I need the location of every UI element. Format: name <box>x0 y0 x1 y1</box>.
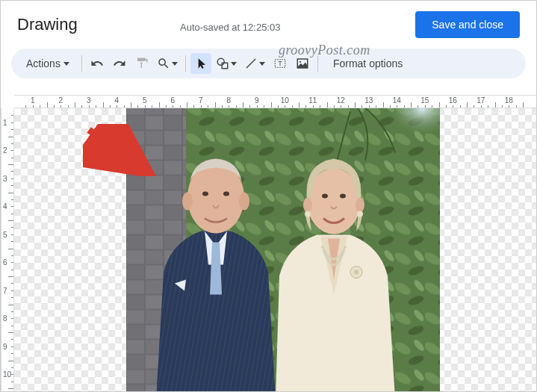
drawing-canvas[interactable] <box>14 108 536 391</box>
paint-format-button[interactable] <box>131 53 152 74</box>
ruler-h-label: 16 <box>449 96 457 105</box>
ruler-v-label: 8 <box>3 314 7 323</box>
svg-point-25 <box>202 192 208 196</box>
svg-point-0 <box>217 58 224 65</box>
svg-point-23 <box>182 193 193 211</box>
svg-rect-1 <box>222 63 228 69</box>
actions-menu[interactable]: Actions <box>17 57 77 69</box>
svg-line-2 <box>246 59 255 68</box>
shape-tool-button[interactable] <box>213 53 240 74</box>
save-and-close-button[interactable]: Save and close <box>415 11 520 38</box>
svg-text:T: T <box>278 60 282 67</box>
inserted-image[interactable] <box>126 108 440 391</box>
ruler-horizontal: 123456789101112131415161718 <box>14 95 536 108</box>
svg-point-33 <box>305 211 311 217</box>
zoom-icon <box>157 57 170 70</box>
dropdown-icon <box>63 62 69 66</box>
ruler-v-label: 9 <box>3 342 7 350</box>
svg-point-32 <box>303 198 312 213</box>
ruler-v-label: 1 <box>3 118 7 126</box>
ruler-h-label: 6 <box>170 96 175 105</box>
redo-icon <box>113 57 126 70</box>
ruler-v-label: 5 <box>3 230 7 238</box>
svg-point-35 <box>357 211 363 217</box>
textbox-icon: T <box>273 57 287 70</box>
shape-icon <box>216 57 229 70</box>
undo-button[interactable] <box>87 53 108 74</box>
format-options-button[interactable]: Format options <box>323 57 413 69</box>
svg-point-34 <box>356 198 364 213</box>
svg-point-28 <box>354 270 358 275</box>
ruler-h-label: 4 <box>114 96 119 105</box>
dropdown-icon <box>231 62 237 66</box>
cursor-icon <box>195 57 207 69</box>
ruler-h-label: 15 <box>420 96 429 105</box>
autosave-status: Auto-saved at 12:25:03 <box>180 22 280 33</box>
ruler-h-label: 8 <box>226 96 231 105</box>
ruler-v-label: 4 <box>3 202 7 211</box>
ruler-h-label: 12 <box>337 96 345 105</box>
svg-point-24 <box>239 193 249 211</box>
ruler-h-label: 18 <box>505 96 513 105</box>
svg-point-26 <box>223 192 229 196</box>
watermark-text: groovyPost.com <box>279 43 370 58</box>
ruler-v-label: 10 <box>3 370 11 379</box>
dropdown-icon <box>259 62 265 66</box>
line-tool-button[interactable] <box>241 53 268 74</box>
ruler-h-label: 13 <box>364 96 373 105</box>
redo-button[interactable] <box>109 53 130 74</box>
paint-roller-icon <box>135 57 149 70</box>
undo-icon <box>90 57 104 70</box>
ruler-h-label: 2 <box>58 96 63 105</box>
svg-point-31 <box>340 194 346 199</box>
svg-point-6 <box>299 61 301 63</box>
toolbar: Actions T <box>11 49 526 78</box>
ruler-h-label: 17 <box>477 96 485 105</box>
ruler-h-label: 1 <box>31 96 35 105</box>
separator <box>185 55 186 72</box>
zoom-button[interactable] <box>154 53 181 74</box>
ruler-v-label: 2 <box>3 146 7 155</box>
ruler-h-label: 10 <box>281 96 289 105</box>
ruler-vertical: 12345678910 <box>1 108 14 391</box>
svg-point-30 <box>322 194 328 199</box>
ruler-h-label: 7 <box>199 96 203 105</box>
select-tool-button[interactable] <box>190 53 211 74</box>
ruler-v-label: 3 <box>3 174 7 182</box>
separator <box>81 55 82 72</box>
dropdown-icon <box>172 62 178 66</box>
page-title: Drawing <box>17 15 78 34</box>
ruler-h-label: 9 <box>255 96 259 105</box>
ruler-h-label: 14 <box>393 96 401 105</box>
image-icon <box>296 57 309 70</box>
ruler-v-label: 6 <box>3 258 7 267</box>
line-icon <box>244 57 258 70</box>
ruler-v-label: 7 <box>3 286 7 294</box>
ruler-h-label: 5 <box>143 96 147 105</box>
ruler-h-label: 3 <box>87 96 91 105</box>
actions-label: Actions <box>26 57 60 69</box>
ruler-h-label: 11 <box>308 96 317 105</box>
